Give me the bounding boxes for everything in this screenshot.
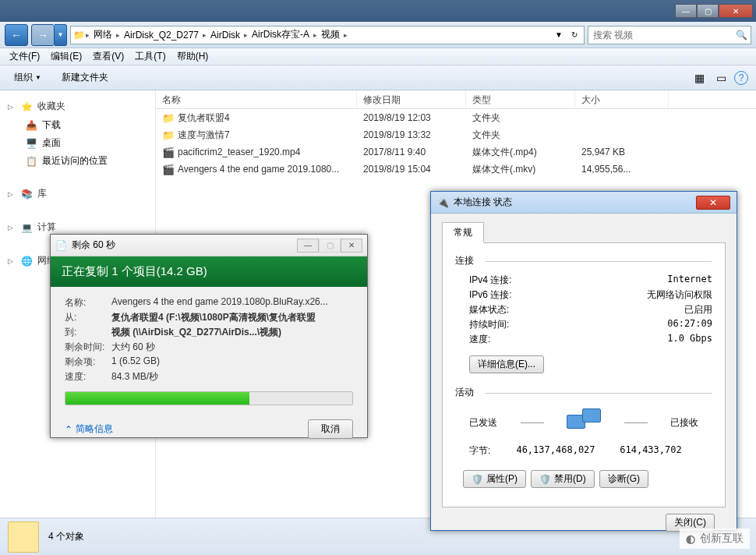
net-close-button[interactable]: ✕ [696,196,730,210]
file-size: 14,955,56... [575,162,669,176]
menu-edit[interactable]: 编辑(E) [46,48,87,65]
breadcrumb[interactable]: AirDisk_Q2_D277 [121,28,202,42]
breadcrumb[interactable]: AirDisk [207,28,243,42]
net-title: 本地连接 状态 [454,196,512,209]
sidebar-item-downloads[interactable]: 📥下载 [0,116,155,134]
cancel-button[interactable]: 取消 [308,419,353,439]
copy-from-value: 复仇者联盟4 (F:\视频\1080P高清视频\复仇者联盟 [111,311,353,324]
desktop-icon: 🖥️ [25,137,37,150]
toolbar: 组织 ▼ 新建文件夹 ▦ ▭ ? [0,65,756,90]
copy-close-button[interactable]: ✕ [341,239,362,253]
copy-speed-label: 速度: [65,370,111,384]
speed-value: 1.0 Gbps [667,333,712,346]
menu-view[interactable]: 查看(V) [88,48,129,65]
ipv6-label: IPv6 连接: [469,288,647,302]
status-text: 4 个对象 [48,530,84,543]
file-size [575,116,669,119]
menu-file[interactable]: 文件(F) [5,48,44,65]
search-icon[interactable]: 🔍 [736,30,747,41]
search-box[interactable]: 🔍 [588,26,751,44]
library-icon: 📚 [20,188,33,200]
copy-remain-label: 剩余时间: [65,341,111,354]
disable-button[interactable]: 🛡️禁用(D) [531,470,595,488]
copy-speed-value: 84.3 MB/秒 [111,370,353,384]
file-type: 媒体文件(.mkv) [466,161,575,178]
file-size: 25,947 KB [575,145,669,159]
network-status-dialog: 🔌 本地连接 状态 ✕ 常规 连接 IPv4 连接:Internet IPv6 … [430,191,737,531]
file-row[interactable]: 📁速度与激情72019/8/19 13:32文件夹 [156,126,756,143]
shield-icon: 🛡️ [539,474,551,485]
help-icon[interactable]: ? [734,71,748,85]
details-button[interactable]: 详细信息(E)... [469,355,544,373]
folder-icon: 📁 [72,29,85,41]
sidebar-item-recent[interactable]: 📋最近访问的位置 [0,152,155,170]
watermark-logo-icon: ◐ [686,532,695,545]
sidebar-library[interactable]: ▷📚库 [0,184,155,203]
preview-pane-button[interactable]: ▭ [712,69,730,87]
copy-name-label: 名称: [65,296,111,309]
file-header: 名称 修改日期 类型 大小 [156,90,756,109]
address-bar[interactable]: 📁 ▸ 网络▸ AirDisk_Q2_D277▸ AirDisk▸ AirDis… [70,26,585,44]
menu-help[interactable]: 帮助(H) [172,48,214,65]
menu-tools[interactable]: 工具(T) [130,48,170,65]
new-folder-button[interactable]: 新建文件夹 [55,68,115,87]
minimize-button[interactable]: — [675,4,697,18]
diagnose-button[interactable]: 诊断(G) [599,470,648,488]
network-icon: 🌐 [20,255,33,267]
file-name: pacificrim2_teaser_1920.mp4 [178,147,300,157]
duration-value: 06:27:09 [667,318,712,331]
organize-button[interactable]: 组织 ▼ [8,68,48,87]
breadcrumb[interactable]: 视频 [318,27,343,43]
nav-forward-button[interactable]: → [31,24,55,46]
navbar: ← → ▼ 📁 ▸ 网络▸ AirDisk_Q2_D277▸ AirDisk▸ … [0,22,756,48]
file-date: 2017/8/11 9:40 [357,145,466,159]
copy-details-toggle[interactable]: ⌃简略信息 [65,422,113,436]
copy-items-label: 剩余项: [65,355,111,369]
col-date[interactable]: 修改日期 [357,90,466,108]
nav-back-button[interactable]: ← [5,24,28,46]
search-input[interactable] [592,29,736,41]
maximize-button[interactable]: ▢ [697,4,719,18]
speed-label: 速度: [469,333,667,346]
breadcrumb[interactable]: 网络 [90,27,115,43]
refresh-button[interactable]: ↻ [567,27,582,43]
copy-progress-bar [65,391,353,405]
file-icon: 📁 [162,129,175,141]
copy-items-value: 1 (6.52 GB) [111,355,353,369]
ipv4-value: Internet [667,274,712,287]
copy-maximize-button: ▢ [319,239,341,253]
file-type: 媒体文件(.mp4) [466,144,575,161]
copy-icon: 📄 [55,240,67,251]
watermark: ◐ 创新互联 [680,528,750,549]
download-icon: 📥 [25,119,37,132]
col-name[interactable]: 名称 [156,90,357,108]
copy-to-label: 到: [65,326,111,339]
chevron-up-icon: ⌃ [65,424,72,435]
copy-minimize-button[interactable]: — [297,239,319,253]
recent-icon: 📋 [25,155,37,168]
copy-to-value: 视频 (\\AirDisk_Q2_D277\AirDis...\视频) [111,326,353,339]
file-row[interactable]: 📁复仇者联盟42019/8/19 12:03文件夹 [156,109,756,126]
properties-button[interactable]: 🛡️属性(P) [463,470,526,488]
tab-general[interactable]: 常规 [442,222,484,243]
col-type[interactable]: 类型 [466,90,575,108]
file-name: Avengers 4 the end game 2019.1080... [178,164,339,175]
file-icon: 🎬 [162,163,175,175]
addr-dropdown[interactable]: ▼ [551,27,567,43]
file-size [575,133,669,136]
network-icon: 🔌 [437,197,449,208]
nav-history-dropdown[interactable]: ▼ [55,24,67,46]
sidebar-item-desktop[interactable]: 🖥️桌面 [0,134,155,152]
media-label: 媒体状态: [469,303,684,316]
titlebar: — ▢ ✕ [0,0,756,22]
ipv6-value: 无网络访问权限 [647,288,712,302]
breadcrumb[interactable]: AirDisk存宝-A [249,27,313,43]
file-row[interactable]: 🎬pacificrim2_teaser_1920.mp42017/8/11 9:… [156,143,756,161]
net-titlebar: 🔌 本地连接 状态 ✕ [431,192,737,214]
close-button[interactable]: ✕ [719,4,753,18]
view-mode-button[interactable]: ▦ [691,69,708,87]
file-row[interactable]: 🎬Avengers 4 the end game 2019.1080...201… [156,161,756,178]
col-size[interactable]: 大小 [575,90,669,108]
copy-titlebar: 📄 剩余 60 秒 — ▢ ✕ [51,235,367,256]
sidebar-favorites[interactable]: ▷⭐收藏夹 [0,97,155,116]
